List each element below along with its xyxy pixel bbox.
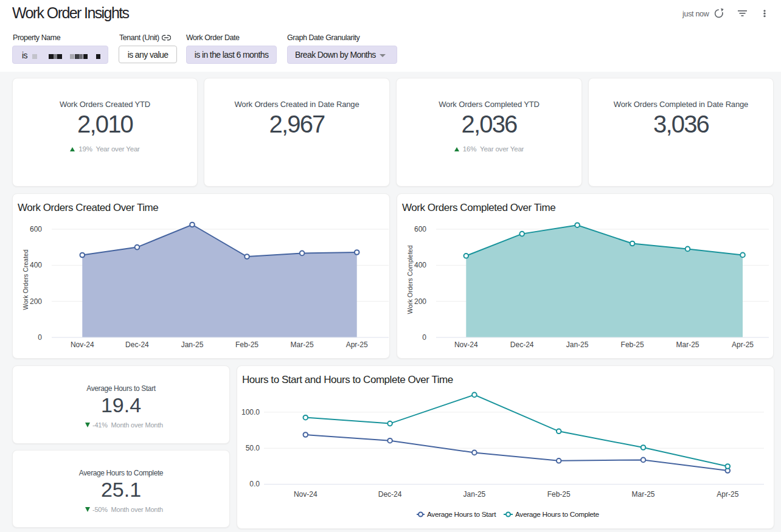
svg-text:50.0: 50.0 [246, 444, 260, 452]
svg-text:Apr-25: Apr-25 [732, 340, 754, 349]
svg-text:0.0: 0.0 [249, 480, 260, 488]
svg-text:200: 200 [414, 297, 426, 306]
svg-text:Dec-24: Dec-24 [378, 490, 402, 499]
svg-text:Mar-25: Mar-25 [676, 340, 699, 349]
svg-text:Jan-25: Jan-25 [181, 340, 204, 349]
svg-text:Feb-25: Feb-25 [621, 340, 644, 349]
svg-text:Nov-24: Nov-24 [294, 490, 318, 499]
svg-text:Nov-24: Nov-24 [454, 340, 478, 349]
svg-text:Nov-24: Nov-24 [71, 340, 94, 349]
svg-text:0: 0 [38, 333, 42, 342]
svg-text:400: 400 [30, 261, 42, 269]
svg-text:Dec-24: Dec-24 [510, 340, 534, 349]
svg-text:400: 400 [414, 261, 426, 269]
svg-text:Feb-25: Feb-25 [235, 340, 259, 349]
svg-text:Jan-25: Jan-25 [463, 490, 486, 499]
svg-text:Work Orders Created: Work Orders Created [22, 249, 29, 310]
svg-text:100.0: 100.0 [241, 408, 260, 416]
svg-text:Mar-25: Mar-25 [291, 340, 314, 349]
svg-text:600: 600 [30, 225, 42, 233]
svg-text:200: 200 [30, 297, 42, 306]
svg-text:600: 600 [414, 225, 426, 233]
svg-text:Average Hours to Complete: Average Hours to Complete [515, 510, 600, 519]
svg-text:Mar-25: Mar-25 [631, 490, 654, 499]
svg-text:Work Orders Completed: Work Orders Completed [406, 245, 414, 314]
svg-text:Apr-25: Apr-25 [717, 490, 738, 499]
svg-text:Feb-25: Feb-25 [547, 490, 571, 499]
svg-text:Average Hours to Start: Average Hours to Start [427, 510, 496, 519]
svg-text:Dec-24: Dec-24 [125, 340, 149, 349]
svg-text:0: 0 [422, 333, 426, 342]
svg-text:Apr-25: Apr-25 [346, 340, 368, 349]
svg-text:Jan-25: Jan-25 [566, 340, 589, 349]
